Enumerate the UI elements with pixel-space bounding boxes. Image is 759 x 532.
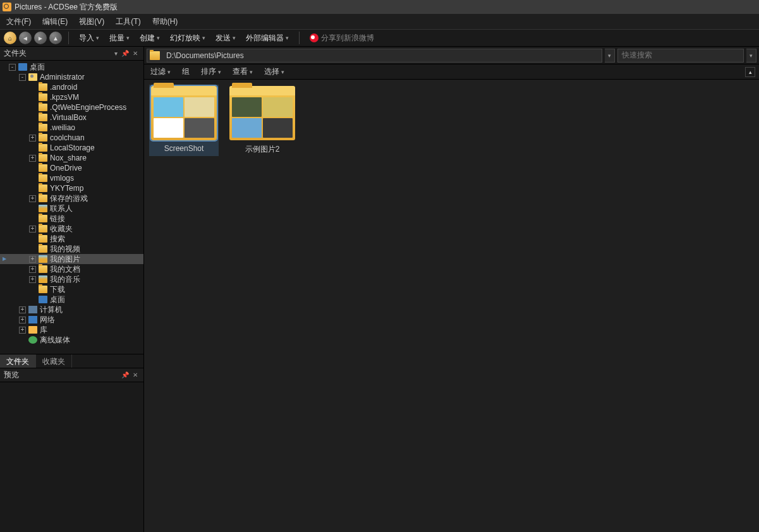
search-input[interactable]: 快速搜索 (617, 49, 744, 63)
tree-row[interactable]: +我的文档 (0, 264, 143, 274)
tree-row[interactable]: +coolchuan (0, 133, 143, 143)
tree-row[interactable]: +库 (0, 325, 143, 335)
path-bar: D:\Documents\Pictures ▾ 快速搜索 ▾ (144, 47, 759, 64)
tree-item-label: 链接 (50, 214, 65, 224)
external-editor-dropdown[interactable]: 外部编辑器 (242, 32, 293, 45)
tree-row[interactable]: +计算机 (0, 305, 143, 315)
folder-icon (39, 174, 47, 182)
preview-close-icon[interactable]: ✕ (131, 372, 140, 378)
nav-back-button[interactable]: ◄ (19, 32, 32, 44)
tree-row[interactable]: vmlogs (0, 173, 143, 183)
panel-close-icon[interactable]: ✕ (131, 50, 140, 57)
tree-row[interactable]: .QtWebEngineProcess (0, 102, 143, 112)
tree-item-label: OneDrive (50, 163, 82, 173)
batch-dropdown[interactable]: 批量 (106, 32, 133, 45)
sort-dropdown[interactable]: 排序 (198, 66, 224, 78)
group-button[interactable]: 组 (179, 66, 192, 78)
folder-icon (39, 134, 47, 142)
tree-row[interactable]: +网络 (0, 315, 143, 325)
send-dropdown[interactable]: 发送 (212, 32, 240, 45)
slideshow-dropdown[interactable]: 幻灯放映 (166, 32, 209, 45)
tree-row[interactable]: .kpzsVM (0, 92, 143, 102)
tree-row[interactable]: +Nox_share (0, 153, 143, 163)
tab-folders[interactable]: 文件夹 (0, 354, 36, 368)
menu-tools[interactable]: 工具(T) (116, 16, 140, 27)
tree-row[interactable]: 下载 (0, 284, 143, 294)
offline-icon (28, 336, 37, 344)
folder-icon (229, 86, 295, 140)
collapse-icon[interactable]: - (9, 64, 16, 71)
tree-row[interactable]: YKYTemp (0, 183, 143, 193)
tree-row[interactable]: 桌面 (0, 294, 143, 305)
home-button[interactable]: ⌂ (4, 32, 16, 44)
search-dropdown-icon[interactable]: ▾ (746, 49, 756, 63)
app-icon (3, 3, 11, 11)
panel-menu-icon[interactable]: ▾ (112, 50, 119, 57)
tree-row[interactable]: 我的视频 (0, 244, 143, 254)
path-dropdown-icon[interactable]: ▾ (605, 49, 615, 63)
tree-row[interactable]: 链接 (0, 214, 143, 224)
tree-item-label: 计算机 (40, 305, 63, 315)
expand-icon[interactable]: + (29, 276, 36, 283)
select-dropdown[interactable]: 选择 (262, 66, 287, 78)
user-icon (28, 73, 37, 81)
tree-row[interactable]: +我的图片 (0, 254, 143, 264)
expand-icon[interactable]: + (19, 306, 26, 313)
menu-edit[interactable]: 编辑(E) (42, 16, 68, 27)
expand-icon[interactable]: + (19, 317, 26, 323)
collapse-icon[interactable]: - (19, 74, 26, 81)
expand-icon[interactable]: + (29, 195, 36, 202)
tree-row[interactable]: +保存的游戏 (0, 193, 143, 203)
collapse-icon[interactable]: ▴ (745, 67, 755, 77)
create-dropdown[interactable]: 创建 (136, 32, 164, 45)
expand-icon[interactable]: + (19, 327, 26, 334)
tree-row[interactable]: .VirtualBox (0, 112, 143, 123)
tree-row[interactable]: .android (0, 82, 143, 92)
toolbar: ⌂ ◄ ► ▲ 导入 批量 创建 幻灯放映 发送 外部编辑器 分享到新浪微博 (0, 29, 759, 47)
folder-label: 示例图片2 (245, 144, 280, 155)
tab-favorites[interactable]: 收藏夹 (36, 354, 72, 368)
thumbnail-preview (232, 118, 262, 138)
preview-pin-icon[interactable]: 📌 (119, 372, 131, 378)
expand-icon[interactable]: + (29, 266, 36, 273)
menu-help[interactable]: 帮助(H) (152, 16, 178, 27)
expand-icon[interactable]: + (29, 226, 36, 233)
menu-file[interactable]: 文件(F) (6, 16, 31, 27)
path-field[interactable]: D:\Documents\Pictures (147, 49, 602, 63)
tree-item-label: 我的图片 (50, 254, 80, 264)
import-dropdown[interactable]: 导入 (75, 32, 103, 45)
nav-forward-button[interactable]: ► (34, 32, 47, 44)
tree-item-label: 我的文档 (50, 264, 80, 274)
tree-item-label: 桌面 (30, 62, 45, 72)
expand-icon[interactable]: + (29, 256, 36, 263)
expand-icon[interactable]: + (29, 135, 36, 142)
folder-thumbnail[interactable]: 示例图片2 (228, 85, 297, 156)
tree-row[interactable]: OneDrive (0, 163, 143, 173)
preview-panel: 预览 📌 ✕ (0, 368, 143, 532)
filter-dropdown[interactable]: 过滤 (148, 66, 173, 78)
preview-body (0, 382, 143, 532)
tree-row[interactable]: -桌面 (0, 62, 143, 72)
tree-item-label: .kpzsVM (50, 92, 79, 102)
view-dropdown[interactable]: 查看 (230, 66, 255, 78)
folder-thumbnail[interactable]: ScreenShot (149, 85, 219, 156)
panel-pin-icon[interactable]: 📌 (119, 50, 131, 57)
thumbnail-grid[interactable]: ScreenShot示例图片2 (144, 80, 759, 532)
folder-tree[interactable]: -桌面-Administrator.android.kpzsVM.QtWebEn… (0, 61, 143, 354)
expand-icon[interactable]: + (29, 155, 36, 162)
tree-row[interactable]: LocalStorage (0, 143, 143, 153)
tree-row[interactable]: -Administrator (0, 72, 143, 82)
tree-row[interactable]: 离线媒体 (0, 335, 143, 345)
special-icon (39, 205, 47, 212)
thumbnail-preview (232, 97, 262, 117)
tree-row[interactable]: +我的音乐 (0, 274, 143, 284)
nav-up-button[interactable]: ▲ (49, 32, 62, 44)
menu-view[interactable]: 视图(V) (79, 16, 104, 27)
tree-row[interactable]: 搜索 (0, 234, 143, 244)
tree-row[interactable]: .weiliao (0, 123, 143, 133)
tree-row[interactable]: +收藏夹 (0, 224, 143, 234)
thumbnail-preview (154, 118, 183, 138)
tree-row[interactable]: 联系人 (0, 203, 143, 214)
preview-panel-title: 预览 (4, 370, 119, 380)
weibo-share-link[interactable]: 分享到新浪微博 (306, 32, 378, 45)
